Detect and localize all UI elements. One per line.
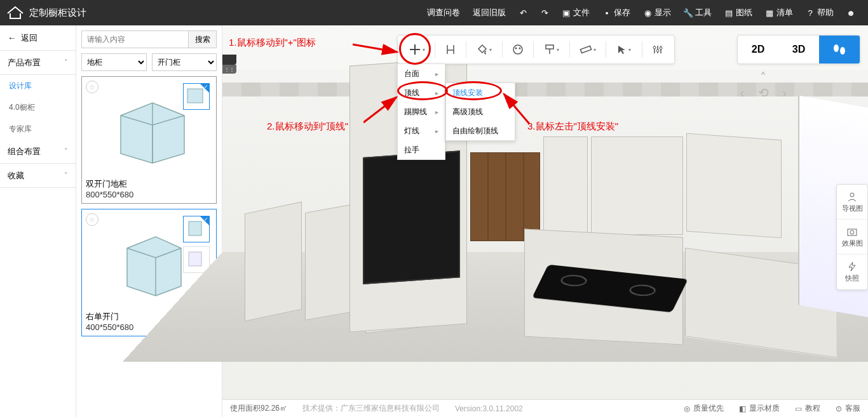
select-tool[interactable]: ▾	[609, 35, 639, 64]
menu-item-lightline[interactable]: 灯线▸	[398, 121, 445, 140]
logo-icon	[6, 6, 24, 20]
menu-item-countertop[interactable]: 台面▸	[398, 64, 445, 83]
blueprint-icon: ▤	[724, 8, 733, 17]
menu-drawings[interactable]: ▤图纸	[724, 7, 752, 18]
subitem-design-library[interactable]: 设计库	[0, 75, 76, 96]
menu-help[interactable]: ?帮助	[806, 7, 834, 18]
ruler-icon	[580, 44, 592, 55]
card-name: 双开门地柜	[86, 178, 212, 190]
brush-tool[interactable]: ▾	[536, 35, 567, 64]
svg-line-15	[504, 94, 529, 124]
view-2d-button[interactable]: 2D	[738, 36, 778, 63]
back-button[interactable]: ← 返回	[0, 25, 76, 51]
svg-rect-7	[580, 46, 591, 53]
app-title: 定制橱柜设计	[29, 7, 86, 19]
annotation-arrow-2	[363, 94, 402, 126]
rail-navview[interactable]: 导视图	[837, 185, 867, 220]
add-menu-level1: 台面▸ 顶线▸ 踢脚线▸ 灯线▸ 拉手	[397, 63, 445, 160]
status-bar: 使用面积92.26㎡ 技术提供：广东三维家信息科技有限公司 Version:3.…	[222, 399, 868, 417]
measure-tool[interactable]: ▾	[573, 35, 603, 64]
menu-save[interactable]: ▪保存	[602, 7, 630, 18]
section-combo-layout[interactable]: 组合布置 ˅	[0, 140, 76, 164]
status-material[interactable]: ◧显示材质	[739, 403, 780, 414]
menu-file[interactable]: ▣文件	[562, 7, 590, 18]
user-icon: ☻	[846, 8, 855, 17]
annotation-arrow-1	[353, 38, 403, 63]
rotate-controls[interactable]: ˄ ‹ ⟲ ›	[740, 70, 792, 100]
user-outline-icon	[846, 191, 858, 202]
svg-point-18	[850, 230, 854, 234]
category-select-2[interactable]: 开门柜	[152, 53, 217, 71]
cube-icon: ◧	[739, 404, 746, 413]
search-input[interactable]	[81, 30, 189, 48]
svg-point-9	[656, 50, 659, 52]
subitem-expert-library[interactable]: 专家库	[0, 118, 76, 140]
category-select-1[interactable]: 地柜	[81, 53, 147, 71]
bucket-icon	[477, 44, 488, 55]
menu-oldversion[interactable]: 返回旧版	[473, 7, 506, 18]
sliders-icon	[652, 44, 663, 55]
rail-render[interactable]: 效果图	[837, 220, 867, 255]
variant-thumb-1[interactable]	[183, 216, 210, 242]
status-service[interactable]: ⊙客服	[836, 403, 860, 414]
status-quality[interactable]: ◎质量优先	[684, 403, 724, 414]
grid-tab[interactable]: ⋮⋮	[222, 65, 236, 74]
variant-thumb-1[interactable]	[183, 83, 210, 110]
annotation-circle-1	[399, 33, 431, 65]
design-canvas[interactable]: ⋮⋮ ▾ ▾ ▾ ▾ ▾ 2D 3D	[222, 25, 868, 417]
redo-button[interactable]: ↷	[540, 8, 549, 17]
subitem-40-cabinet[interactable]: 4.0橱柜	[0, 96, 76, 118]
play-icon: ▭	[795, 404, 802, 413]
user-button[interactable]: ☻	[846, 8, 855, 17]
menu-item-handle[interactable]: 拉手	[398, 140, 445, 159]
wrench-icon: 🔧	[684, 8, 693, 17]
annotation-arrow-3	[501, 89, 532, 127]
undo-button[interactable]: ↶	[519, 8, 527, 17]
variant-thumb-2[interactable]	[183, 246, 210, 273]
menu-survey[interactable]: 调查问卷	[427, 7, 460, 18]
top-bar: 定制橱柜设计 调查问卷 返回旧版 ↶ ↷ ▣文件 ▪保存 ◉显示 🔧工具 ▤图纸…	[0, 0, 868, 25]
chevron-right-icon: ▸	[435, 109, 438, 116]
back-label: 返回	[21, 32, 37, 44]
left-sidebar: ← 返回 产品布置 ˄ 设计库 4.0橱柜 专家库 组合布置 ˅ 收藏 ˅	[0, 25, 76, 417]
svg-point-8	[653, 46, 656, 49]
svg-rect-6	[546, 45, 553, 49]
section-product-layout[interactable]: 产品布置 ˄	[0, 51, 76, 75]
help-icon: ?	[806, 8, 815, 17]
status-tutorial[interactable]: ▭教程	[795, 403, 820, 414]
roller-icon	[544, 44, 555, 55]
chevron-up-icon: ˄	[64, 58, 68, 67]
material-tool[interactable]: ▾	[469, 35, 499, 64]
status-version: Version:3.0.11.2002	[455, 404, 523, 413]
menu-item-kickline[interactable]: 踢脚线▸	[398, 102, 445, 121]
chair-tool[interactable]	[438, 35, 463, 64]
annotation-text-2: 2.鼠标移动到"顶线"	[267, 121, 348, 133]
view-3d-button[interactable]: 3D	[778, 36, 819, 63]
chevron-down-icon: ˅	[64, 147, 68, 156]
section-favorites[interactable]: 收藏 ˅	[0, 164, 76, 188]
view-walk-button[interactable]	[819, 36, 860, 63]
menu-tools[interactable]: 🔧工具	[684, 7, 712, 18]
camera-icon	[846, 226, 858, 237]
menu-list[interactable]: ▦清单	[765, 7, 793, 18]
view-mode-switch: 2D 3D	[737, 35, 860, 64]
catalog-card-1[interactable]: ☆ 双开门地柜 800*550*680	[81, 76, 217, 204]
palette-icon	[512, 44, 524, 55]
color-tool[interactable]	[505, 35, 531, 64]
svg-rect-1	[189, 222, 201, 235]
section-label: 产品布置	[8, 57, 41, 69]
rail-snapshot[interactable]: 快照	[837, 255, 867, 289]
search-button[interactable]: 搜索	[189, 30, 217, 48]
svg-rect-2	[189, 252, 201, 266]
svg-point-5	[519, 48, 521, 50]
card-thumbnail	[86, 81, 212, 176]
bolt-icon	[846, 261, 858, 272]
chevron-right-icon: ▸	[435, 128, 438, 135]
menu-display[interactable]: ◉显示	[643, 7, 671, 18]
floating-toolbar: ▾ ▾ ▾ ▾ ▾	[397, 35, 675, 64]
undo-icon: ↶	[519, 8, 527, 17]
settings-tool[interactable]	[645, 35, 670, 64]
chevron-right-icon: ▸	[435, 70, 438, 77]
collapse-tab[interactable]	[222, 55, 236, 65]
annotation-circle-2	[397, 81, 448, 100]
